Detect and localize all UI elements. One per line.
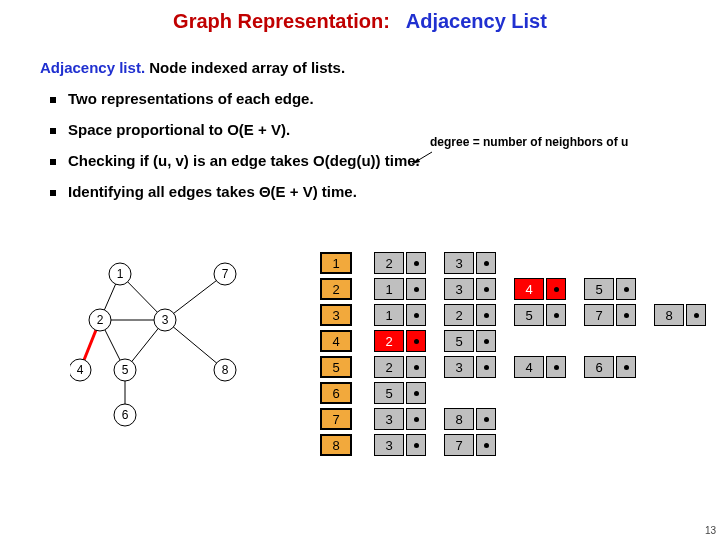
dot-icon xyxy=(554,287,559,292)
adj-pointer-cell xyxy=(406,330,426,352)
adj-value-cell: 2 xyxy=(374,356,404,378)
adj-row: 52346 xyxy=(320,354,720,380)
dot-icon xyxy=(484,313,489,318)
adj-value-cell: 2 xyxy=(374,330,404,352)
adj-pointer-cell xyxy=(476,434,496,456)
bullet-item: Identifying all edges takes Θ(E + V) tim… xyxy=(50,183,720,200)
adj-row: 738 xyxy=(320,406,720,432)
adj-value-cell: 3 xyxy=(374,434,404,456)
adj-row: 123 xyxy=(320,250,720,276)
adj-value-cell: 3 xyxy=(444,252,474,274)
adj-pointer-cell xyxy=(546,304,566,326)
dot-icon xyxy=(694,313,699,318)
dot-icon xyxy=(414,339,419,344)
adj-index-cell: 6 xyxy=(320,382,352,404)
adj-pointer-cell xyxy=(546,278,566,300)
dot-icon xyxy=(624,313,629,318)
title-part2: Adjacency List xyxy=(406,10,547,32)
adj-pointer-cell xyxy=(686,304,706,326)
adj-pointer-cell xyxy=(406,408,426,430)
adj-pointer-cell xyxy=(476,330,496,352)
adj-value-cell: 4 xyxy=(514,278,544,300)
dot-icon xyxy=(624,287,629,292)
adj-value-cell: 3 xyxy=(444,356,474,378)
adj-pointer-cell xyxy=(476,304,496,326)
adj-value-cell: 4 xyxy=(514,356,544,378)
adj-value-cell: 3 xyxy=(444,278,474,300)
adj-pointer-cell xyxy=(406,356,426,378)
adj-value-cell: 5 xyxy=(444,330,474,352)
dot-icon xyxy=(414,261,419,266)
adj-value-cell: 5 xyxy=(374,382,404,404)
dot-icon xyxy=(484,287,489,292)
graph-edge xyxy=(165,320,225,370)
subtitle-lead: Adjacency list. xyxy=(40,59,145,76)
adj-value-cell: 6 xyxy=(584,356,614,378)
adj-index-cell: 4 xyxy=(320,330,352,352)
adj-index-cell: 3 xyxy=(320,304,352,326)
adj-value-cell: 5 xyxy=(514,304,544,326)
bullet-item: Two representations of each edge. xyxy=(50,90,720,107)
dot-icon xyxy=(484,365,489,370)
subtitle-rest: Node indexed array of lists. xyxy=(149,59,345,76)
dot-icon xyxy=(484,261,489,266)
dot-icon xyxy=(414,417,419,422)
adj-row: 312578 xyxy=(320,302,720,328)
adj-row: 65 xyxy=(320,380,720,406)
subtitle: Adjacency list. Node indexed array of li… xyxy=(40,59,720,76)
adj-row: 21345 xyxy=(320,276,720,302)
graph-node-label: 3 xyxy=(162,313,169,327)
adj-value-cell: 1 xyxy=(374,304,404,326)
graph-node-label: 6 xyxy=(122,408,129,422)
adj-pointer-cell xyxy=(546,356,566,378)
adj-index-cell: 8 xyxy=(320,434,352,456)
title-part1: Graph Representation: xyxy=(173,10,390,32)
adj-index-cell: 1 xyxy=(320,252,352,274)
adj-value-cell: 2 xyxy=(374,252,404,274)
dot-icon xyxy=(414,287,419,292)
slide-title: Graph Representation: Adjacency List xyxy=(0,0,720,33)
graph-node-label: 4 xyxy=(77,363,84,377)
adj-index-cell: 7 xyxy=(320,408,352,430)
dot-icon xyxy=(624,365,629,370)
adj-pointer-cell xyxy=(616,304,636,326)
dot-icon xyxy=(414,365,419,370)
adj-value-cell: 3 xyxy=(374,408,404,430)
adj-pointer-cell xyxy=(476,252,496,274)
graph-node-label: 2 xyxy=(97,313,104,327)
adj-value-cell: 8 xyxy=(654,304,684,326)
adj-index-cell: 5 xyxy=(320,356,352,378)
adj-value-cell: 7 xyxy=(584,304,614,326)
adj-row: 425 xyxy=(320,328,720,354)
adj-pointer-cell xyxy=(476,408,496,430)
adjacency-list-table: 123213453125784255234665738837 xyxy=(320,250,720,458)
dot-icon xyxy=(414,443,419,448)
adj-pointer-cell xyxy=(616,278,636,300)
dot-icon xyxy=(414,391,419,396)
adj-pointer-cell xyxy=(406,382,426,404)
adj-pointer-cell xyxy=(406,252,426,274)
adj-value-cell: 2 xyxy=(444,304,474,326)
adj-pointer-cell xyxy=(406,304,426,326)
adj-value-cell: 8 xyxy=(444,408,474,430)
graph-node-label: 5 xyxy=(122,363,129,377)
page-number: 13 xyxy=(705,525,716,536)
adj-value-cell: 7 xyxy=(444,434,474,456)
adj-value-cell: 1 xyxy=(374,278,404,300)
adj-pointer-cell xyxy=(406,434,426,456)
graph-node-label: 1 xyxy=(117,267,124,281)
bullet-item: Checking if (u, v) is an edge takes O(de… xyxy=(50,152,720,169)
adj-pointer-cell xyxy=(616,356,636,378)
dot-icon xyxy=(554,365,559,370)
dot-icon xyxy=(414,313,419,318)
degree-annotation: degree = number of neighbors of u xyxy=(430,135,628,149)
dot-icon xyxy=(484,443,489,448)
graph-diagram: 12345678 xyxy=(70,260,270,440)
adj-pointer-cell xyxy=(406,278,426,300)
adj-row: 837 xyxy=(320,432,720,458)
graph-node-label: 7 xyxy=(222,267,229,281)
adj-pointer-cell xyxy=(476,356,496,378)
adj-value-cell: 5 xyxy=(584,278,614,300)
adj-pointer-cell xyxy=(476,278,496,300)
adj-index-cell: 2 xyxy=(320,278,352,300)
